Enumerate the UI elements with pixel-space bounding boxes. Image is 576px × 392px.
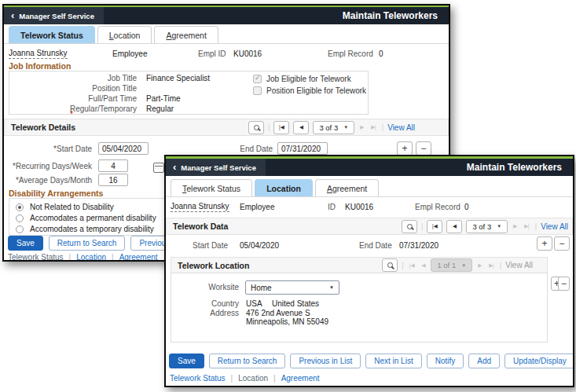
end-date-value: 07/31/2020 [399, 241, 438, 250]
job-information-box: Job Title Finance Specialist Position Ti… [9, 71, 369, 115]
add-row-button[interactable]: + [537, 236, 552, 251]
recurring-days-input[interactable] [98, 159, 128, 172]
view-all-link[interactable]: View All [387, 123, 415, 132]
notify-button[interactable]: Notify [427, 354, 464, 368]
chevron-down-icon: ▼ [461, 263, 466, 268]
save-button[interactable]: Save [8, 236, 43, 251]
pagination-separator: | [382, 123, 383, 131]
employee-name-link[interactable]: Joanna Strunsky [9, 49, 68, 59]
link-separator: | [112, 253, 114, 260]
link-separator: | [273, 374, 276, 383]
tab-telework-status[interactable]: Telework Status [9, 26, 95, 43]
tab-agreement[interactable]: Agreement [315, 179, 379, 196]
telework-details-bar: Telework Details | |◀ ◀ 3 of 3 ▼ ▶ ▶| | … [4, 119, 449, 136]
empl-id-value: KU0016 [345, 203, 373, 211]
page-link-agreement[interactable]: Agreement [281, 374, 320, 383]
page-link-telework-status[interactable]: Telework Status [170, 374, 226, 383]
start-date-value: 05/04/2020 [240, 241, 279, 250]
row-position-dropdown[interactable]: 3 of 3 ▼ [466, 220, 508, 233]
delete-row-button[interactable]: − [416, 141, 431, 156]
radio-icon[interactable] [16, 214, 24, 222]
last-row-button: ▶| [369, 124, 378, 130]
link-separator: | [69, 253, 72, 260]
employee-name-link[interactable]: Joanna Strunsky [171, 202, 229, 212]
end-date-label: End Date [359, 241, 392, 250]
average-days-input[interactable] [98, 174, 128, 186]
tab-location[interactable]: Location [255, 179, 313, 196]
pagination-separator: | [402, 262, 403, 269]
worksite-dropdown[interactable]: Home ▼ [245, 280, 339, 295]
back-button[interactable]: ‹ Manager Self Service [4, 7, 104, 24]
end-date-label: End Date [232, 145, 273, 153]
pagination-separator: | [500, 262, 501, 269]
view-all-link[interactable]: View All [541, 222, 568, 231]
toolbar: Save Return to Search Previous in List N… [169, 354, 573, 368]
empl-id-label: ID [328, 203, 336, 211]
tab-location[interactable]: Location [97, 26, 152, 43]
empl-id-label: Empl ID [198, 49, 226, 58]
delete-row-button[interactable]: − [554, 236, 570, 251]
calendar-icon[interactable] [153, 163, 164, 173]
view-all-link: View All [505, 261, 533, 269]
search-icon[interactable] [402, 220, 417, 233]
telework-details-title: Telework Details [5, 123, 75, 132]
add-row-button[interactable]: + [397, 141, 413, 156]
disability-option-row[interactable]: Accomodates a permanent disability [16, 214, 156, 222]
page-link-agreement[interactable]: Agreement [119, 253, 158, 260]
chevron-down-icon: ▼ [343, 125, 348, 130]
next-row-button: ▶ [476, 262, 483, 269]
tab-telework-status[interactable]: Telework Status [171, 179, 252, 196]
average-days-label: *Average Days/Month [4, 176, 92, 185]
return-to-search-button[interactable]: Return to Search [209, 354, 286, 368]
next-row-button: ▶ [358, 124, 365, 130]
disability-option-row[interactable]: Not Related to Disability [16, 203, 114, 211]
row-position-dropdown[interactable]: 3 of 3 ▼ [313, 121, 354, 134]
chevron-down-icon: ▼ [497, 224, 501, 229]
first-row-button[interactable]: |◀ [427, 220, 442, 233]
next-in-list-button[interactable]: Next in List [365, 354, 421, 368]
back-label: Manager Self Service [181, 163, 256, 172]
chevron-down-icon: ▼ [329, 285, 334, 290]
previous-row-button[interactable]: ◀ [293, 121, 309, 134]
telework-data-pagination: | |◀ ◀ 3 of 3 ▼ ▶ ▶| | View All [402, 220, 568, 233]
required-field-marker: * [70, 110, 73, 119]
page-link-location[interactable]: Location [76, 253, 106, 260]
country-label: Country [171, 299, 239, 308]
end-date-input[interactable] [277, 142, 328, 155]
previous-in-list-button[interactable]: Previous in List [290, 354, 361, 368]
position-title-label: Position Title [9, 84, 137, 93]
return-to-search-button[interactable]: Return to Search [49, 236, 126, 251]
search-icon[interactable] [248, 121, 264, 134]
tab-agreement[interactable]: Agreement [154, 26, 218, 43]
delete-row-button[interactable]: − [558, 277, 570, 291]
search-icon[interactable] [382, 258, 398, 272]
telework-data-title: Telework Data [167, 222, 228, 231]
page-title: Maintain Teleworkers [467, 162, 573, 173]
page-links: Telework Status | Location | Agreement [170, 374, 320, 383]
update-display-button[interactable]: Update/Display [504, 354, 573, 368]
last-row-button: ▶| [523, 223, 531, 229]
position-eligible-label: Position Eligible for Telework [266, 86, 366, 95]
radio-icon[interactable] [16, 225, 24, 233]
page-links: Telework Status | Location | Agreement [8, 253, 158, 260]
disability-arrangements-title: Disability Arrangements [9, 189, 103, 198]
worksite-label: Worksite [171, 283, 239, 291]
tab-bar: Telework Status Location Agreement [171, 179, 379, 196]
first-row-button[interactable]: |◀ [273, 121, 289, 134]
disability-option-label: Not Related to Disability [30, 203, 114, 211]
window-location: ‹ Manager Self Service Maintain Telework… [164, 155, 574, 387]
radio-icon[interactable] [16, 203, 24, 211]
disability-option-row[interactable]: Accomodates a temporary disability [16, 225, 154, 233]
add-button[interactable]: Add [468, 354, 500, 368]
save-button[interactable]: Save [169, 354, 204, 368]
empl-record-label: Empl Record [328, 49, 373, 58]
back-button[interactable]: ‹ Manager Self Service [166, 159, 266, 176]
tab-bar: Telework Status Location Agreement [9, 26, 218, 43]
telework-details-pagination: | |◀ ◀ 3 of 3 ▼ ▶ ▶| | View All [248, 121, 415, 134]
job-eligible-checkbox [253, 75, 262, 83]
first-row-button: |◀ [408, 262, 416, 269]
back-chevron-icon: ‹ [173, 163, 176, 171]
start-date-input[interactable] [98, 142, 149, 155]
previous-row-button[interactable]: ◀ [446, 220, 462, 233]
empl-record-value: 0 [464, 203, 469, 211]
